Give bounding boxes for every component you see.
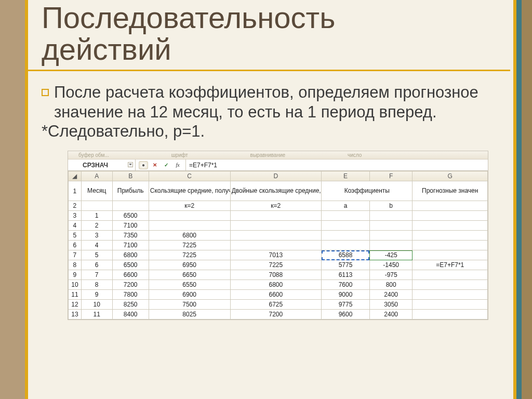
row-header[interactable]: 10 [69, 280, 82, 290]
cell[interactable]: a [322, 201, 370, 211]
cell[interactable]: 6900 [149, 290, 230, 300]
cell[interactable]: 8 [81, 280, 112, 290]
cell[interactable]: 7100 [112, 241, 149, 250]
cell[interactable]: 7200 [112, 280, 149, 290]
cell[interactable]: 5775 [322, 260, 370, 270]
cell[interactable]: 8400 [112, 310, 149, 320]
cell[interactable]: 7225 [149, 241, 230, 250]
cell[interactable]: Двойные скользящие средние, полученные с [230, 181, 321, 201]
cell[interactable]: 3 [81, 231, 112, 241]
cell[interactable]: 9600 [322, 310, 370, 320]
cell[interactable]: 6800 [112, 250, 149, 260]
cell[interactable] [230, 231, 321, 241]
cell[interactable]: 6600 [230, 290, 321, 300]
cell[interactable] [230, 211, 321, 221]
cell[interactable] [322, 221, 370, 231]
col-header[interactable]: C [149, 171, 230, 181]
row-header[interactable]: 7 [69, 250, 82, 260]
col-header[interactable]: F [369, 171, 413, 181]
cell[interactable] [413, 201, 488, 211]
row-header[interactable]: 9 [69, 270, 82, 280]
cell[interactable]: 8250 [112, 300, 149, 310]
cancel-formula-button[interactable]: ✕ [150, 161, 159, 169]
cell[interactable]: 11 [81, 310, 112, 320]
cell[interactable]: 6800 [149, 231, 230, 241]
cell[interactable] [413, 250, 488, 260]
cell[interactable] [149, 211, 230, 221]
cell[interactable]: 6 [81, 260, 112, 270]
cell[interactable]: 6550 [149, 280, 230, 290]
cell[interactable]: 6650 [149, 270, 230, 280]
name-box-dropdown-icon[interactable] [128, 162, 133, 167]
row-header[interactable]: 6 [69, 241, 82, 250]
active-cell[interactable]: =E7+F7*1 [413, 260, 488, 270]
cell[interactable]: 8025 [149, 310, 230, 320]
cell[interactable]: 7200 [230, 310, 321, 320]
cell[interactable]: b [369, 201, 413, 211]
cell[interactable]: 2400 [369, 310, 413, 320]
cell[interactable]: 1 [81, 211, 112, 221]
cell[interactable]: 10 [81, 300, 112, 310]
row-header[interactable]: 5 [69, 231, 82, 241]
cell[interactable]: 2 [81, 221, 112, 231]
cell[interactable]: 9000 [322, 290, 370, 300]
cell[interactable]: 7500 [149, 300, 230, 310]
row-header[interactable]: 11 [69, 290, 82, 300]
cell[interactable] [149, 221, 230, 231]
row-header[interactable]: 1 [69, 181, 82, 201]
cell[interactable] [369, 211, 413, 221]
fx-round-icon[interactable]: ● [139, 161, 148, 169]
cell[interactable]: 7800 [112, 290, 149, 300]
cell[interactable] [369, 231, 413, 241]
cell[interactable] [413, 221, 488, 231]
cell[interactable]: 4 [81, 241, 112, 250]
cell[interactable] [322, 211, 370, 221]
cell[interactable] [230, 221, 321, 231]
cell[interactable]: 5 [81, 250, 112, 260]
cell[interactable]: 6600 [112, 270, 149, 280]
cell[interactable] [369, 221, 413, 231]
cell[interactable]: 7225 [230, 260, 321, 270]
cell[interactable]: 6725 [230, 300, 321, 310]
name-box[interactable]: СРЗНАЧ [68, 159, 136, 170]
cell[interactable] [413, 231, 488, 241]
select-all-corner[interactable]: ◢ [69, 171, 82, 181]
cell[interactable]: 7225 [149, 250, 230, 260]
cell[interactable]: 6800 [230, 280, 321, 290]
cell[interactable]: -975 [369, 270, 413, 280]
cell[interactable] [322, 231, 370, 241]
cell[interactable] [369, 241, 413, 250]
row-header[interactable]: 8 [69, 260, 82, 270]
cell[interactable]: к=2 [149, 201, 230, 211]
row-header[interactable]: 4 [69, 221, 82, 231]
cell[interactable] [413, 300, 488, 310]
cell[interactable]: 9 [81, 290, 112, 300]
cell[interactable] [413, 241, 488, 250]
cell[interactable]: 7088 [230, 270, 321, 280]
cell[interactable]: 7 [81, 270, 112, 280]
cell[interactable]: 6500 [112, 211, 149, 221]
row-header[interactable]: 12 [69, 300, 82, 310]
cell[interactable]: 2400 [369, 290, 413, 300]
row-header[interactable]: 2 [69, 201, 82, 211]
cell[interactable]: 6113 [322, 270, 370, 280]
cell[interactable]: Скользящие средние, полученные с [149, 181, 230, 201]
col-header[interactable]: D [230, 171, 321, 181]
row-header[interactable]: 3 [69, 211, 82, 221]
accept-formula-button[interactable]: ✓ [162, 161, 171, 169]
cell[interactable]: Прогнозные значен [413, 181, 488, 201]
cell[interactable]: 9775 [322, 300, 370, 310]
cell[interactable]: Коэффициенты [322, 181, 413, 201]
spreadsheet-grid[interactable]: ◢ A B C D E F G 1 Месяц Прибыль Скользящ… [68, 171, 488, 320]
col-header[interactable]: G [413, 171, 488, 181]
cell[interactable]: 7100 [112, 221, 149, 231]
cell[interactable] [413, 290, 488, 300]
cell[interactable] [81, 201, 112, 211]
cell[interactable]: 6500 [112, 260, 149, 270]
col-header[interactable]: E [322, 171, 370, 181]
formula-input[interactable]: =E7+F7*1 [186, 159, 488, 170]
cell[interactable] [413, 280, 488, 290]
cell[interactable]: 7350 [112, 231, 149, 241]
cell[interactable]: 3050 [369, 300, 413, 310]
cell[interactable] [230, 241, 321, 250]
